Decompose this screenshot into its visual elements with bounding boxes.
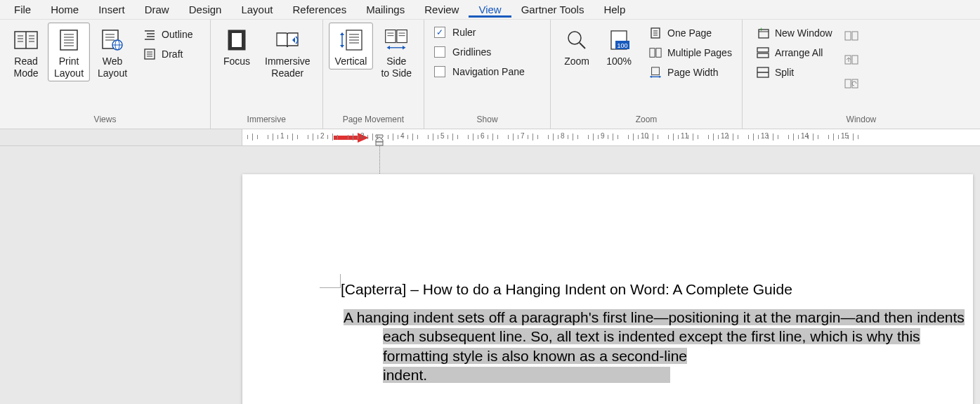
vertical-button[interactable]: Vertical (329, 22, 374, 70)
ruler-tick (398, 135, 398, 139)
trailing-selection (427, 367, 670, 383)
ruler-tick (828, 135, 829, 139)
ruler-tick (853, 133, 854, 141)
menu-item-insert[interactable]: Insert (89, 2, 135, 17)
ruler-tick (808, 135, 809, 139)
ruler-tick (548, 135, 549, 139)
page-movement-group-label: Page Movement (329, 113, 419, 127)
page[interactable]: [Capterra] – How to do a Hanging Indent … (242, 174, 973, 404)
menu-item-view[interactable]: View (469, 2, 511, 18)
arrange-all-icon (757, 46, 769, 59)
menu-item-home[interactable]: Home (41, 2, 89, 17)
web-layout-button[interactable]: Web Layout (91, 22, 133, 82)
ruler-number: 2 (320, 132, 325, 140)
ruler-tick (318, 135, 318, 139)
arrange-all-button[interactable]: Arrange All (752, 45, 837, 60)
ruler-tick (693, 133, 693, 141)
hundred-label: 100% (606, 56, 632, 67)
immersive-reader-button[interactable]: Immersive Reader (259, 22, 317, 82)
menu-item-design[interactable]: Design (179, 2, 232, 17)
menu-item-references[interactable]: References (282, 2, 356, 17)
split-button[interactable]: Split (752, 65, 837, 80)
ruler-tick (577, 135, 578, 139)
reset-window-position-button[interactable] (844, 76, 859, 91)
document-area: [Capterra] – How to do a Hanging Indent … (0, 146, 980, 404)
view-side-by-side-button[interactable] (844, 28, 859, 44)
ruler-tick (698, 135, 698, 139)
menu-item-layout[interactable]: Layout (231, 2, 282, 17)
ruler-tick (447, 135, 448, 139)
new-window-button[interactable]: + New Window (752, 25, 837, 41)
ruler-tick (353, 133, 353, 141)
zoom-button[interactable]: Zoom (556, 22, 597, 70)
ribbon-group-immersive: Focus Immersive Reader Immersive (211, 20, 323, 129)
ruler-tick (358, 135, 358, 139)
ruler-tick (733, 133, 733, 141)
menu-item-gartner-tools[interactable]: Gartner Tools (511, 2, 594, 17)
svg-rect-65 (852, 32, 858, 40)
menu-item-review[interactable]: Review (414, 2, 469, 17)
ruler-tick (348, 135, 348, 139)
ruler-tick (268, 135, 268, 139)
ruler-tick (818, 135, 818, 139)
menu-item-help[interactable]: Help (594, 2, 635, 17)
side-to-side-button[interactable]: Side to Side (374, 22, 418, 82)
ruler-tick (468, 135, 469, 139)
ruler-tick (633, 133, 634, 141)
immersive-group-label: Immersive (216, 113, 317, 127)
svg-rect-30 (232, 33, 242, 47)
print-layout-label: Print Layout (54, 56, 84, 79)
new-window-label: New Window (775, 27, 832, 39)
ruler-tick (788, 135, 789, 139)
nav-pane-label: Navigation Pane (452, 66, 525, 77)
ruler-tick (858, 135, 858, 139)
synchronous-scrolling-button[interactable] (844, 52, 859, 67)
ribbon-group-window: + New Window Arrange All Split (743, 20, 980, 129)
ruler-tick (668, 135, 669, 139)
read-mode-button[interactable]: Read Mode (6, 22, 46, 82)
ruler-tick (638, 135, 639, 139)
ruler-tick (753, 133, 754, 141)
ribbon-group-page-movement: Vertical Side to Side Page Movement (323, 20, 425, 129)
ruler-tick (488, 135, 488, 139)
multiple-pages-button[interactable]: Multiple Pages (645, 45, 736, 60)
svg-point-44 (568, 32, 581, 44)
ruler-tick (292, 133, 293, 141)
ruler-tick (308, 135, 308, 139)
new-window-icon: + (757, 27, 769, 39)
document-paragraph[interactable]: A hanging indent sets off a paragraph's … (383, 308, 973, 384)
page-width-button[interactable]: Page Width (645, 65, 736, 80)
outline-button[interactable]: Outline (139, 27, 197, 42)
svg-rect-71 (376, 142, 383, 145)
menu-item-mailings[interactable]: Mailings (356, 2, 414, 17)
ruler-tick (628, 135, 629, 139)
show-group-label: Show (430, 113, 544, 127)
focus-label: Focus (223, 56, 250, 67)
ruler-tick (492, 133, 493, 141)
ruler-number: 5 (440, 132, 445, 140)
draft-button[interactable]: Draft (139, 46, 197, 62)
focus-button[interactable]: Focus (216, 22, 257, 70)
ruler-checkbox[interactable]: ✓ Ruler (430, 22, 544, 42)
ruler-tick (452, 133, 453, 141)
ruler-tick (337, 135, 338, 139)
navigation-pane-checkbox[interactable]: Navigation Pane (430, 62, 544, 82)
print-layout-button[interactable]: Print Layout (48, 22, 90, 82)
ruler-tick (608, 135, 608, 139)
ruler-tick (533, 133, 533, 141)
hundred-percent-button[interactable]: 100 100% (599, 22, 639, 70)
window-group-label: Window (748, 113, 974, 127)
document-title[interactable]: [Capterra] – How to do a Hanging Indent … (341, 281, 792, 298)
ribbon-group-views: Read Mode Print Layout Web Layout (0, 20, 211, 129)
one-page-button[interactable]: One Page (645, 25, 736, 41)
ruler-tick (728, 135, 729, 139)
svg-text:100: 100 (618, 42, 628, 49)
menu-item-draw[interactable]: Draw (135, 2, 179, 17)
menu-item-file[interactable]: File (4, 2, 41, 17)
ruler[interactable]: 123456789101112131415 (0, 129, 980, 146)
ruler-number: 8 (561, 132, 565, 140)
page-width-icon (649, 66, 662, 79)
ruler-track[interactable]: 123456789101112131415 (242, 129, 980, 145)
ruler-tick (673, 133, 674, 141)
gridlines-checkbox[interactable]: Gridlines (430, 42, 544, 62)
